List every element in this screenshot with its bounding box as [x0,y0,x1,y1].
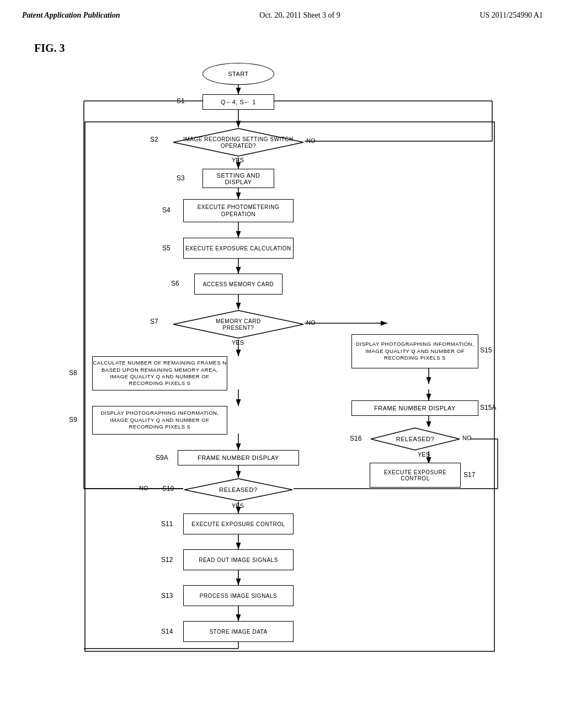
s10-step: S10 [162,485,174,493]
s16-no: NO [462,435,472,441]
s2-no: NO [306,137,316,144]
s15-step: S15 [480,346,492,354]
s17-step: S17 [463,471,475,479]
s13-label: PROCESS IMAGE SIGNALS [200,593,278,599]
s4-step: S4 [162,206,170,214]
s1-label: Q←4, S← 1 [221,99,256,105]
s12-step: S12 [161,556,173,564]
s11-label: EXECUTE EXPOSURE CONTROL [191,521,285,527]
s6-node: ACCESS MEMORY CARD [194,274,282,295]
s12-label: READ OUT IMAGE SIGNALS [199,557,278,563]
s2-node: IMAGE RECORDING SETTING SWITCHOPERATED? [172,127,305,158]
s6-label: ACCESS MEMORY CARD [203,281,274,287]
s3-label: SETTING AND DISPLAY [203,172,274,185]
s16-step: S16 [350,435,361,442]
s11-step: S11 [161,520,173,528]
s7-step: S7 [150,318,158,325]
s12-node: READ OUT IMAGE SIGNALS [183,549,294,570]
s14-node: STORE IMAGE DATA [183,621,294,642]
s3-step: S3 [177,174,185,182]
s1-node: Q←4, S← 1 [202,94,274,110]
fig-label: FIG. 3 [34,42,65,55]
s14-step: S14 [161,628,173,635]
s9-label: DISPLAY PHOTOGRAPHING INFORMATION, IMAGE… [93,410,227,430]
start-node: START [202,63,274,85]
s16-node: RELEASED? [370,427,461,451]
s17-label: EXECUTE EXPOSURE CONTROL [370,469,460,481]
s6-step: S6 [171,280,179,287]
s4-node: EXECUTE PHOTOMETERING OPERATION [183,199,294,222]
s9-node: DISPLAY PHOTOGRAPHING INFORMATION, IMAGE… [92,406,227,435]
page-header: Patent Application Publication Oct. 20, … [22,11,543,20]
s3-node: SETTING AND DISPLAY [202,169,274,188]
diagram-container: FIG. 3 [34,36,531,698]
s9a-step: S9A [156,454,168,462]
s9a-label: FRAME NUMBER DISPLAY [198,454,279,461]
s7-yes: YES [232,339,244,346]
s11-node: EXECUTE EXPOSURE CONTROL [183,513,294,534]
s1-step: S1 [177,97,185,105]
s5-step: S5 [162,244,170,252]
s8-step: S8 [69,369,77,377]
s15-node: DISPLAY PHOTOGRAPHING INFORMATION, IMAGE… [351,334,478,368]
s4-label: EXECUTE PHOTOMETERING OPERATION [184,204,293,218]
s2-yes: YES [232,157,244,163]
s13-node: PROCESS IMAGE SIGNALS [183,585,294,606]
s10-no: NO [139,485,148,491]
header-left: Patent Application Publication [22,11,120,20]
s15a-label: FRAME NUMBER DISPLAY [374,405,456,411]
start-label: START [228,71,249,77]
s7-no: NO [306,319,316,326]
s16-yes: YES [418,451,430,458]
s9-step: S9 [69,416,77,424]
s17-node: EXECUTE EXPOSURE CONTROL [370,463,461,488]
s9a-node: FRAME NUMBER DISPLAY [178,450,299,465]
s15a-node: FRAME NUMBER DISPLAY [351,400,478,416]
s13-step: S13 [161,592,173,599]
s2-step: S2 [150,136,158,143]
s10-yes: YES [232,502,244,509]
s5-label: EXECUTE EXPOSURE CALCULATION [185,245,291,251]
s10-node: RELEASED? [183,478,294,502]
header-right: US 2011/254990 A1 [479,11,543,20]
s14-label: STORE IMAGE DATA [209,629,267,635]
s8-label: CALCULATE NUMBER OF REMAINING FRAMES N B… [93,360,227,387]
s8-node: CALCULATE NUMBER OF REMAINING FRAMES N B… [92,356,227,390]
header-center: Oct. 20, 2011 Sheet 3 of 9 [259,11,340,20]
page: Patent Application Publication Oct. 20, … [0,0,565,728]
s15a-step: S15A [480,404,496,411]
s15-label: DISPLAY PHOTOGRAPHING INFORMATION, IMAGE… [352,341,478,361]
s7-node: MEMORY CARDPRESENT? [172,309,305,340]
s5-node: EXECUTE EXPOSURE CALCULATION [183,238,294,259]
